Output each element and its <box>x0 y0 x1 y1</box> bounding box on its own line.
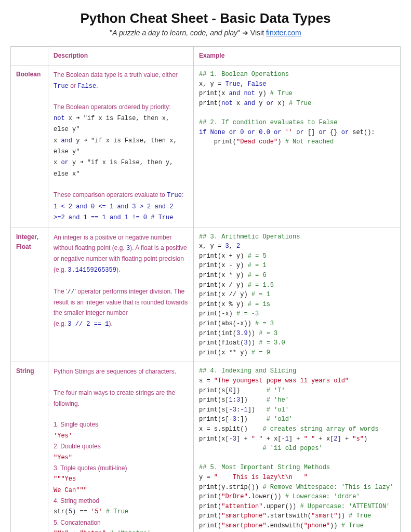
header-description: Description <box>48 47 194 65</box>
row-intfloat: Integer, Float An integer is a positive … <box>11 228 401 362</box>
cheat-sheet-table: Description Example Boolean The Boolean … <box>10 46 401 532</box>
desc-string: Python Strings are sequences of characte… <box>48 362 194 532</box>
subtitle: "A puzzle a day to learn, code, and play… <box>10 29 401 37</box>
rowlabel-boolean: Boolean <box>11 65 48 228</box>
header-example: Example <box>194 47 401 65</box>
row-boolean: Boolean The Boolean data type is a truth… <box>11 65 401 228</box>
boolean-comp: 1 < 2 and 0 <= 1 and 3 > 2 and 2 >=2 and… <box>54 203 173 221</box>
rowlabel-string: String <box>11 362 48 532</box>
desc-intfloat: An integer is a positive or negative num… <box>48 228 194 362</box>
subtitle-quote: A puzzle a day to learn, code, and play <box>112 29 237 37</box>
code-boolean: ## 1. Boolean Operations x, y = True, Fa… <box>199 70 395 147</box>
header: Python Cheat Sheet - Basic Data Types "A… <box>10 10 401 37</box>
visit-link[interactable]: finxter.com <box>266 29 301 37</box>
header-empty <box>11 47 48 65</box>
page-title: Python Cheat Sheet - Basic Data Types <box>10 10 401 26</box>
row-string: String Python Strings are sequences of c… <box>11 362 401 532</box>
code-intfloat: ## 3. Arithmetic Operations x, y = 3, 2 … <box>199 232 395 358</box>
subtitle-suffix: ➜ Visit <box>240 29 266 37</box>
example-string: ## 4. Indexing and Slicing s = "The youn… <box>194 362 401 532</box>
example-boolean: ## 1. Boolean Operations x, y = True, Fa… <box>194 65 401 228</box>
rowlabel-intfloat: Integer, Float <box>11 228 48 362</box>
code-string: ## 4. Indexing and Slicing s = "The youn… <box>199 366 395 532</box>
desc-boolean: The Boolean data type is a truth value, … <box>48 65 194 228</box>
example-intfloat: ## 3. Arithmetic Operations x, y = 3, 2 … <box>194 228 401 362</box>
